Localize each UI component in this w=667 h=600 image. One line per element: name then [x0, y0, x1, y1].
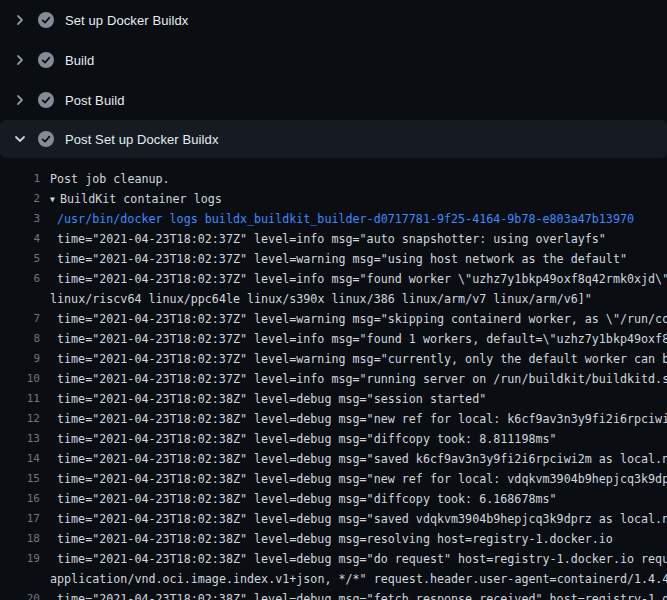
- step-row[interactable]: Post Set up Docker Buildx: [0, 120, 667, 158]
- check-circle-icon: [38, 52, 54, 68]
- log-text: time="2021-04-23T18:02:38Z" level=debug …: [57, 452, 667, 466]
- chevron-right-icon[interactable]: [12, 12, 28, 28]
- log-row: 7time="2021-04-23T18:02:37Z" level=warni…: [0, 309, 667, 329]
- step-title: Set up Docker Buildx: [65, 13, 188, 28]
- log-text: time="2021-04-23T18:02:37Z" level=info m…: [57, 332, 667, 346]
- line-number[interactable]: 12: [0, 409, 40, 429]
- line-number: [0, 289, 40, 309]
- log-row: linux/riscv64 linux/ppc64le linux/s390x …: [0, 289, 667, 309]
- step-title: Post Build: [65, 93, 125, 108]
- log-line-content: time="2021-04-23T18:02:38Z" level=debug …: [57, 589, 667, 600]
- log-line-content: time="2021-04-23T18:02:38Z" level=debug …: [57, 389, 667, 409]
- log-line-content: time="2021-04-23T18:02:37Z" level=info m…: [57, 369, 667, 389]
- line-number[interactable]: 15: [0, 469, 40, 489]
- log-line-content: time="2021-04-23T18:02:37Z" level=info m…: [57, 329, 667, 349]
- step-title: Build: [65, 53, 94, 68]
- log-row: 13time="2021-04-23T18:02:38Z" level=debu…: [0, 429, 667, 449]
- log-line-content: linux/riscv64 linux/ppc64le linux/s390x …: [50, 289, 667, 309]
- log-row: 6time="2021-04-23T18:02:37Z" level=info …: [0, 269, 667, 289]
- line-number[interactable]: 9: [0, 349, 40, 369]
- log-row: 19time="2021-04-23T18:02:38Z" level=debu…: [0, 549, 667, 569]
- line-number[interactable]: 6: [0, 269, 40, 289]
- log-row: application/vnd.oci.image.index.v1+json,…: [0, 569, 667, 589]
- step-row[interactable]: Build: [0, 40, 667, 80]
- log-text: time="2021-04-23T18:02:37Z" level=warnin…: [57, 252, 627, 266]
- log-row: 20time="2021-04-23T18:02:38Z" level=debu…: [0, 589, 667, 600]
- log-text: time="2021-04-23T18:02:38Z" level=debug …: [57, 392, 486, 406]
- log-line-content: /usr/bin/docker logs buildx_buildkit_bui…: [57, 209, 667, 229]
- log-line-content: ▼BuildKit container logs: [50, 189, 667, 209]
- chevron-down-icon[interactable]: [12, 131, 28, 147]
- log-row: 5time="2021-04-23T18:02:37Z" level=warni…: [0, 249, 667, 269]
- log-row: 17time="2021-04-23T18:02:38Z" level=debu…: [0, 509, 667, 529]
- steps-list: Set up Docker BuildxBuildPost BuildPost …: [0, 0, 667, 158]
- log-text: time="2021-04-23T18:02:38Z" level=debug …: [57, 512, 667, 526]
- log-row: 18time="2021-04-23T18:02:38Z" level=debu…: [0, 529, 667, 549]
- line-number: [0, 569, 40, 589]
- line-number[interactable]: 3: [0, 209, 40, 229]
- log-line-content: time="2021-04-23T18:02:38Z" level=debug …: [57, 409, 667, 429]
- log-line-content: time="2021-04-23T18:02:38Z" level=debug …: [57, 469, 667, 489]
- log-row: 8time="2021-04-23T18:02:37Z" level=info …: [0, 329, 667, 349]
- log-text: time="2021-04-23T18:02:37Z" level=info m…: [57, 232, 606, 246]
- log-row: 14time="2021-04-23T18:02:38Z" level=debu…: [0, 449, 667, 469]
- chevron-right-icon[interactable]: [12, 52, 28, 68]
- log-text: time="2021-04-23T18:02:37Z" level=warnin…: [57, 312, 667, 326]
- log-line-content: time="2021-04-23T18:02:38Z" level=debug …: [57, 529, 667, 549]
- line-number[interactable]: 2: [0, 189, 40, 209]
- log-text: time="2021-04-23T18:02:37Z" level=warnin…: [57, 352, 667, 366]
- log-line-content: time="2021-04-23T18:02:37Z" level=warnin…: [57, 249, 667, 269]
- check-circle-icon: [38, 12, 54, 28]
- step-row[interactable]: Set up Docker Buildx: [0, 0, 667, 40]
- log-command-text: /usr/bin/docker logs buildx_buildkit_bui…: [57, 212, 634, 226]
- log-text: time="2021-04-23T18:02:37Z" level=info m…: [57, 372, 667, 386]
- log-text: application/vnd.oci.image.index.v1+json,…: [50, 572, 667, 586]
- log-text: time="2021-04-23T18:02:38Z" level=debug …: [57, 412, 667, 426]
- line-number[interactable]: 1: [0, 169, 40, 189]
- line-number[interactable]: 4: [0, 229, 40, 249]
- log-line-content: time="2021-04-23T18:02:37Z" level=warnin…: [57, 349, 667, 369]
- log-row: 11time="2021-04-23T18:02:38Z" level=debu…: [0, 389, 667, 409]
- log-text: time="2021-04-23T18:02:38Z" level=debug …: [57, 592, 667, 600]
- log-line-content: time="2021-04-23T18:02:38Z" level=debug …: [57, 489, 667, 509]
- log-line-content: time="2021-04-23T18:02:38Z" level=debug …: [57, 429, 667, 449]
- log-line-content: time="2021-04-23T18:02:38Z" level=debug …: [57, 449, 667, 469]
- log-line-content: time="2021-04-23T18:02:38Z" level=debug …: [57, 509, 667, 529]
- log-line-content: time="2021-04-23T18:02:37Z" level=info m…: [57, 269, 667, 289]
- line-number[interactable]: 10: [0, 369, 40, 389]
- group-toggle-icon[interactable]: ▼: [50, 190, 60, 209]
- log-text: time="2021-04-23T18:02:38Z" level=debug …: [57, 532, 613, 546]
- chevron-right-icon[interactable]: [12, 92, 28, 108]
- line-number[interactable]: 7: [0, 309, 40, 329]
- log-text: time="2021-04-23T18:02:38Z" level=debug …: [57, 472, 667, 486]
- log-row: 10time="2021-04-23T18:02:37Z" level=info…: [0, 369, 667, 389]
- line-number[interactable]: 8: [0, 329, 40, 349]
- check-circle-icon: [38, 131, 54, 147]
- log-text: time="2021-04-23T18:02:38Z" level=debug …: [57, 432, 557, 446]
- log-line-content: time="2021-04-23T18:02:37Z" level=info m…: [57, 229, 667, 249]
- line-number[interactable]: 5: [0, 249, 40, 269]
- line-number[interactable]: 16: [0, 489, 40, 509]
- log-row: 2▼BuildKit container logs: [0, 189, 667, 209]
- log-row: 9time="2021-04-23T18:02:37Z" level=warni…: [0, 349, 667, 369]
- step-row[interactable]: Post Build: [0, 80, 667, 120]
- log-line-content: application/vnd.oci.image.index.v1+json,…: [50, 569, 667, 589]
- log-text: time="2021-04-23T18:02:38Z" level=debug …: [57, 552, 667, 566]
- line-number[interactable]: 19: [0, 549, 40, 569]
- log-row: 15time="2021-04-23T18:02:38Z" level=debu…: [0, 469, 667, 489]
- line-number[interactable]: 17: [0, 509, 40, 529]
- line-number[interactable]: 20: [0, 589, 40, 600]
- log-text: BuildKit container logs: [60, 192, 222, 206]
- log-line-content: Post job cleanup.: [50, 169, 667, 189]
- line-number[interactable]: 13: [0, 429, 40, 449]
- line-number[interactable]: 11: [0, 389, 40, 409]
- line-number[interactable]: 14: [0, 449, 40, 469]
- log-row: 1Post job cleanup.: [0, 169, 667, 189]
- actions-log-viewer: Set up Docker BuildxBuildPost BuildPost …: [0, 0, 667, 600]
- log-row: 12time="2021-04-23T18:02:38Z" level=debu…: [0, 409, 667, 429]
- log-row: 4time="2021-04-23T18:02:37Z" level=info …: [0, 229, 667, 249]
- log-line-content: time="2021-04-23T18:02:38Z" level=debug …: [57, 549, 667, 569]
- log-text: Post job cleanup.: [50, 172, 170, 186]
- line-number[interactable]: 18: [0, 529, 40, 549]
- log-text: time="2021-04-23T18:02:38Z" level=debug …: [57, 492, 557, 506]
